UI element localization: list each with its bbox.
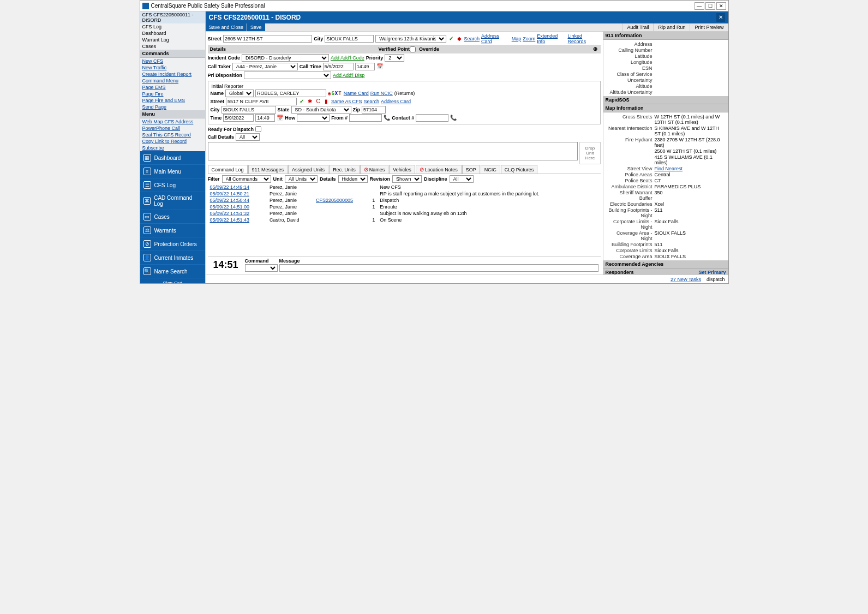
- filter-select[interactable]: All Commands: [222, 175, 271, 183]
- details-filter-select[interactable]: Hidden: [338, 175, 368, 183]
- log-timestamp-link[interactable]: 05/09/22 14:50:44: [210, 198, 250, 203]
- zip-input[interactable]: [362, 106, 386, 114]
- reporter-city-input[interactable]: [222, 106, 276, 114]
- nav-button[interactable]: ⊘Protection Orders: [140, 237, 205, 251]
- call-taker-select[interactable]: A44 - Perez, Janie: [232, 63, 298, 70]
- nav-button[interactable]: ☰CFS Log: [140, 178, 205, 192]
- street-input[interactable]: [223, 35, 312, 43]
- save-button[interactable]: Save: [247, 23, 265, 31]
- new-tasks-link[interactable]: 27 New Tasks: [671, 277, 701, 282]
- call-details-textarea[interactable]: [208, 142, 578, 160]
- nav-button[interactable]: ▦Dashboard: [140, 151, 205, 165]
- close-button[interactable]: ✕: [716, 2, 726, 10]
- nav-button[interactable]: 🔍Name Search: [140, 265, 205, 278]
- address-card-link[interactable]: Address Card: [481, 33, 510, 44]
- sign-out-button[interactable]: Sign Out: [140, 278, 205, 283]
- pri-disposition-select[interactable]: [244, 71, 331, 79]
- name-input[interactable]: [255, 90, 326, 97]
- search-link[interactable]: Search: [464, 36, 480, 41]
- extended-info-link[interactable]: Extended Info: [537, 33, 566, 44]
- menu-link[interactable]: Seal This CFS Record: [140, 132, 205, 138]
- message-input[interactable]: [279, 264, 598, 272]
- command-link[interactable]: New CFS: [140, 58, 205, 64]
- sidebar-item[interactable]: Warrant Log: [140, 37, 205, 43]
- unit-filter-select[interactable]: All Units: [285, 175, 318, 183]
- name-scope-select[interactable]: Global: [225, 90, 254, 97]
- command-link[interactable]: Send Page: [140, 104, 205, 110]
- log-timestamp-link[interactable]: 05/09/22 14:51:00: [210, 204, 250, 210]
- minimize-button[interactable]: —: [695, 2, 704, 10]
- nav-button[interactable]: 👤Current Inmates: [140, 251, 205, 265]
- street-copy-icon[interactable]: C: [315, 98, 321, 105]
- command-link[interactable]: Page EMS: [140, 84, 205, 91]
- menu-link[interactable]: PowerPhone Call: [140, 125, 205, 132]
- print-preview-button[interactable]: Print Preview: [690, 23, 728, 31]
- discipline-filter-select[interactable]: All: [450, 175, 474, 183]
- revision-filter-select[interactable]: Shown: [392, 175, 422, 183]
- zoom-link[interactable]: Zoom: [523, 36, 535, 41]
- phone-icon[interactable]: 📞: [384, 115, 390, 121]
- log-timestamp-link[interactable]: 05/09/22 14:51:43: [210, 217, 250, 223]
- tab[interactable]: 911 Messages: [248, 165, 288, 174]
- same-as-cfs-link[interactable]: Same As CFS: [331, 99, 362, 104]
- calendar-icon-2[interactable]: 📅: [277, 115, 283, 121]
- map-link[interactable]: Map: [512, 36, 522, 41]
- nav-button[interactable]: ▭Cases: [140, 210, 205, 224]
- name-card-link[interactable]: Name Card: [344, 91, 369, 96]
- maximize-button[interactable]: ☐: [705, 2, 715, 10]
- tab[interactable]: NCIC: [481, 165, 500, 174]
- menu-link[interactable]: Subscribe: [140, 145, 205, 151]
- from-input[interactable]: [349, 114, 382, 122]
- record-close-button[interactable]: ✕: [716, 13, 725, 22]
- find-nearest-link[interactable]: Find Nearest: [655, 166, 683, 171]
- tab[interactable]: Command Log: [208, 165, 248, 174]
- reporter-time-input[interactable]: [255, 114, 275, 122]
- contact-input[interactable]: [416, 114, 448, 122]
- add-addl-code-link[interactable]: Add Add'l Code: [331, 55, 364, 61]
- rip-and-run-button[interactable]: Rip and Run: [653, 23, 690, 31]
- drop-unit-zone[interactable]: Drop Unit Here: [579, 142, 600, 164]
- command-select[interactable]: [245, 264, 278, 272]
- call-time-input[interactable]: [355, 63, 375, 70]
- nav-button[interactable]: ⌘CAD Command Log: [140, 192, 205, 210]
- sidebar-item[interactable]: Dashboard: [140, 30, 205, 37]
- intersection-select[interactable]: Walgreens 12th & Kiwanis: [375, 35, 446, 43]
- call-date-input[interactable]: [323, 63, 354, 70]
- calendar-icon[interactable]: 📅: [376, 63, 383, 70]
- log-cfs-link[interactable]: CFS2205000005: [316, 198, 353, 203]
- incident-code-select[interactable]: DISORD - Disorderly: [242, 54, 329, 62]
- verified-point-checkbox[interactable]: [410, 46, 416, 52]
- ready-for-dispatch-checkbox[interactable]: [255, 126, 261, 132]
- tab[interactable]: Vehicles: [389, 165, 415, 174]
- command-link[interactable]: New Traffic: [140, 64, 205, 71]
- sidebar-item[interactable]: CFS CFS2205000011 - DISORD: [140, 11, 205, 23]
- nav-button[interactable]: ⚖Warrants: [140, 224, 205, 237]
- command-link[interactable]: Page Fire: [140, 91, 205, 97]
- reporter-date-input[interactable]: [223, 114, 254, 122]
- linked-records-link[interactable]: Linked Records: [568, 33, 601, 44]
- audit-trail-button[interactable]: Audit Trail: [622, 23, 653, 31]
- city-input[interactable]: [325, 35, 374, 43]
- log-timestamp-link[interactable]: 05/09/22 14:49:14: [210, 184, 250, 190]
- tab[interactable]: SOP: [462, 165, 480, 174]
- menu-link[interactable]: Web Map CFS Address: [140, 118, 205, 125]
- street-person-icon[interactable]: ▮: [323, 98, 330, 105]
- log-timestamp-link[interactable]: 05/09/22 14:50:21: [210, 191, 250, 196]
- sidebar-item[interactable]: CFS Log: [140, 23, 205, 30]
- expand-icon[interactable]: ⊕: [592, 46, 598, 52]
- tab[interactable]: Rec. Units: [329, 165, 360, 174]
- create-incident-link[interactable]: Create Incident Report: [140, 71, 205, 78]
- reporter-address-card-link[interactable]: Address Card: [381, 99, 411, 104]
- run-ncic-link[interactable]: Run NCIC: [370, 91, 393, 96]
- log-timestamp-link[interactable]: 05/09/22 14:51:32: [210, 211, 250, 216]
- save-and-close-button[interactable]: Save and Close: [206, 23, 247, 31]
- section-action-link[interactable]: Set Primary: [698, 270, 726, 275]
- menu-link[interactable]: Copy Link to Record: [140, 138, 205, 145]
- state-select[interactable]: SD - South Dakota: [291, 106, 351, 114]
- how-select[interactable]: [297, 114, 330, 122]
- command-link[interactable]: Page Fire and EMS: [140, 97, 205, 104]
- phone-icon-2[interactable]: 📞: [450, 115, 457, 121]
- tab[interactable]: ⊘Names: [360, 165, 389, 174]
- call-details-select[interactable]: All: [236, 133, 260, 141]
- tab[interactable]: Assigned Units: [288, 165, 328, 174]
